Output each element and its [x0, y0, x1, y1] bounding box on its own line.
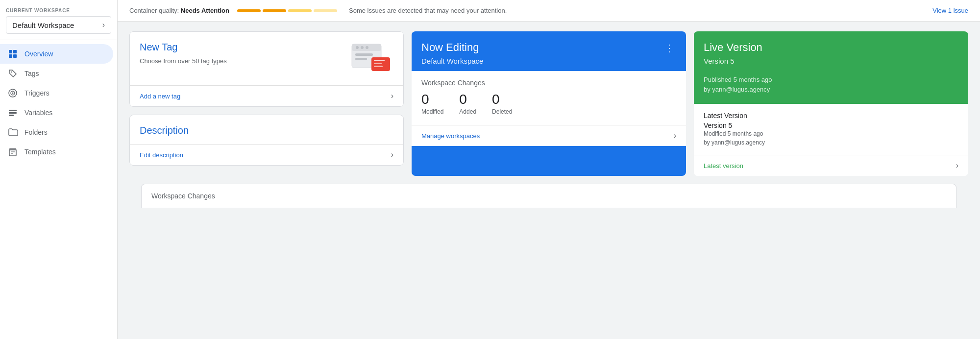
variables-icon: [8, 108, 18, 118]
quality-bar: Container quality: Needs Attention Some …: [118, 0, 980, 22]
quality-description: Some issues are detected that may need y…: [349, 7, 925, 14]
svg-rect-3: [13, 54, 17, 58]
now-editing-text: Now Editing Default Workspace: [421, 41, 483, 65]
published-by: by yann@lugus.agency: [704, 86, 770, 93]
svg-rect-0: [9, 50, 12, 53]
folders-icon: [8, 127, 18, 137]
svg-rect-9: [9, 112, 17, 114]
now-editing-title: Now Editing: [421, 41, 483, 54]
bottom-bar: Workspace Changes: [141, 184, 956, 208]
description-card-footer[interactable]: Edit description ›: [130, 144, 403, 165]
workspace-changes-title: Workspace Changes: [421, 79, 676, 87]
add-new-tag-link[interactable]: Add a new tag: [140, 93, 180, 100]
workspace-name-text: Default Workspace: [12, 21, 74, 29]
sidebar-item-overview[interactable]: Overview: [0, 44, 113, 64]
wc-added: 0 Added: [459, 93, 476, 115]
svg-rect-2: [9, 54, 12, 58]
quality-seg-4: [314, 9, 337, 12]
edit-description-link[interactable]: Edit description: [140, 151, 183, 159]
latest-modified-by: by yann@lugus.agency: [704, 139, 765, 146]
bottom-bar-label: Workspace Changes: [151, 192, 215, 200]
workspace-label: CURRENT WORKSPACE: [6, 8, 111, 13]
svg-rect-22: [374, 63, 382, 64]
live-version-version: Version 5: [704, 57, 958, 65]
sidebar-item-triggers-label: Triggers: [24, 89, 49, 97]
sidebar-item-tags-label: Tags: [24, 70, 39, 77]
svg-rect-8: [9, 110, 17, 111]
svg-point-17: [366, 46, 368, 49]
latest-version-title: Latest Version: [704, 112, 958, 120]
new-tag-card-footer[interactable]: Add a new tag ›: [130, 85, 403, 106]
new-tag-card-body: New Tag Choose from over 50 tag types: [130, 32, 403, 85]
wc-deleted: 0 Deleted: [492, 93, 512, 115]
svg-point-16: [361, 46, 364, 49]
templates-icon: [8, 147, 18, 157]
wc-modified: 0 Modified: [421, 93, 443, 115]
wc-deleted-number: 0: [492, 93, 500, 106]
sidebar-item-variables[interactable]: Variables: [0, 103, 113, 122]
nav-items: Overview Tags Triggers: [0, 40, 117, 339]
svg-rect-10: [9, 115, 14, 116]
new-tag-card: New Tag Choose from over 50 tag types: [129, 31, 404, 107]
manage-workspaces-link[interactable]: Manage workspaces: [421, 132, 480, 140]
live-version-footer[interactable]: Latest version ›: [694, 155, 968, 176]
svg-point-7: [12, 93, 14, 94]
sidebar-item-folders[interactable]: Folders: [0, 122, 113, 142]
description-card-body: Description: [130, 115, 403, 144]
quality-status: Needs Attention: [181, 7, 229, 14]
wc-deleted-label: Deleted: [492, 108, 512, 115]
latest-version-link[interactable]: Latest version: [704, 162, 743, 170]
description-chevron-icon: ›: [391, 150, 393, 159]
live-version-header: Live Version Version 5 Published 5 month…: [694, 31, 968, 104]
sidebar-item-triggers[interactable]: Triggers: [0, 83, 113, 103]
tags-icon: [8, 69, 18, 78]
live-version-published: Published 5 months ago by yann@lugus.age…: [704, 75, 958, 94]
wc-added-number: 0: [459, 93, 467, 106]
workspace-changes: Workspace Changes 0 Modified 0 Added 0 D: [412, 71, 686, 125]
live-version-title: Live Version: [704, 41, 958, 54]
quality-segments: [237, 9, 337, 12]
wc-added-label: Added: [459, 108, 476, 115]
svg-rect-23: [374, 66, 383, 67]
sidebar-item-folders-label: Folders: [24, 128, 48, 136]
quality-prefix: Container quality:: [129, 7, 181, 14]
sidebar-item-templates[interactable]: Templates: [0, 142, 113, 162]
svg-rect-21: [374, 60, 385, 61]
live-version-card: Live Version Version 5 Published 5 month…: [694, 31, 968, 176]
now-editing-more-icon[interactable]: ⋮: [662, 41, 676, 55]
svg-rect-19: [355, 58, 367, 60]
quality-seg-2: [263, 9, 286, 12]
svg-point-15: [356, 46, 359, 49]
quality-seg-1: [237, 9, 261, 12]
overview-icon: [8, 49, 18, 59]
main-content: Container quality: Needs Attention Some …: [118, 0, 980, 339]
sidebar-item-variables-label: Variables: [24, 109, 52, 117]
cards-row-top: New Tag Choose from over 50 tag types: [129, 31, 968, 176]
now-editing-header: Now Editing Default Workspace ⋮: [412, 31, 686, 71]
sidebar: CURRENT WORKSPACE Default Workspace › Ov…: [0, 0, 118, 339]
description-title: Description: [140, 125, 393, 136]
workspace-selector: CURRENT WORKSPACE Default Workspace ›: [0, 0, 117, 40]
view-issue-link[interactable]: View 1 issue: [932, 7, 968, 14]
latest-version-chevron-icon: ›: [956, 161, 958, 170]
wc-modified-label: Modified: [421, 108, 443, 115]
workspace-changes-stats: 0 Modified 0 Added 0 Deleted: [421, 93, 676, 115]
workspace-name-row[interactable]: Default Workspace ›: [6, 16, 111, 34]
quality-seg-3: [288, 9, 312, 12]
description-card: Description Edit description ›: [129, 115, 404, 166]
tag-icon-wrap: [349, 42, 393, 77]
now-editing-card: Now Editing Default Workspace ⋮ Workspac…: [412, 31, 686, 176]
latest-version-meta: Modified 5 months ago by yann@lugus.agen…: [704, 129, 958, 147]
svg-rect-18: [355, 53, 373, 56]
latest-modified-text: Modified 5 months ago: [704, 130, 763, 137]
sidebar-item-templates-label: Templates: [24, 148, 56, 156]
svg-point-4: [11, 72, 12, 73]
workspace-chevron-icon: ›: [102, 21, 105, 29]
triggers-icon: [8, 88, 18, 98]
quality-label: Container quality: Needs Attention: [129, 7, 229, 14]
now-editing-workspace: Default Workspace: [421, 57, 483, 65]
cards-area: New Tag Choose from over 50 tag types: [118, 22, 980, 339]
now-editing-card-footer[interactable]: Manage workspaces ›: [412, 125, 686, 146]
new-tag-text: New Tag Choose from over 50 tag types: [140, 42, 227, 66]
sidebar-item-tags[interactable]: Tags: [0, 64, 113, 83]
